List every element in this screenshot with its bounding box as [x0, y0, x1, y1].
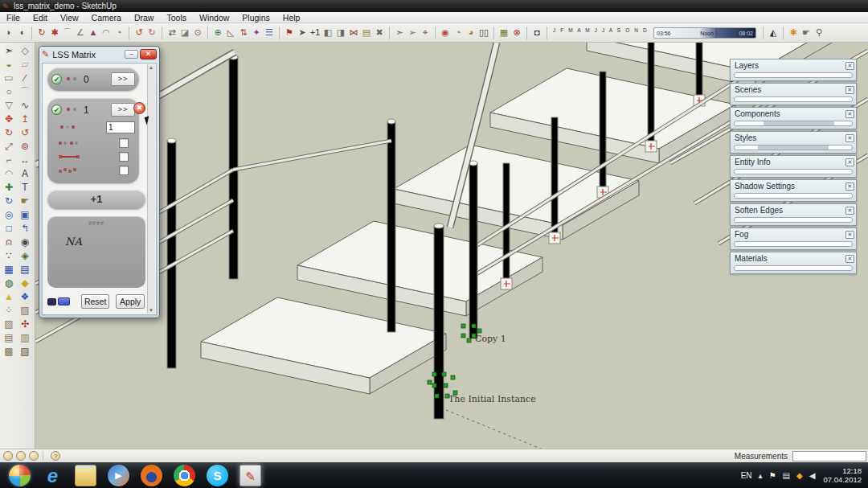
- window-titlebar[interactable]: ✎ lss_matrix_demo - SketchUp: [0, 0, 868, 12]
- tray-detach-icon[interactable]: ✕: [845, 255, 854, 263]
- add-detail-icon[interactable]: ▩: [2, 345, 16, 358]
- tray-layers[interactable]: Layers✕: [730, 59, 857, 81]
- volume-icon[interactable]: ◀: [809, 471, 816, 480]
- tray-fog-bar[interactable]: [734, 241, 853, 247]
- shadow-date-slider[interactable]: J F M A M J J A S O N D: [553, 27, 648, 39]
- check-icon[interactable]: ✔: [51, 74, 62, 84]
- help-icon[interactable]: ?: [51, 451, 60, 461]
- lss-gem-icon[interactable]: ◆: [18, 277, 32, 289]
- move-icon[interactable]: ✥: [2, 113, 16, 125]
- tray-styles-title[interactable]: Styles: [732, 133, 845, 142]
- model-info-icon[interactable]: [29, 451, 39, 461]
- pair-option-checkbox[interactable]: [119, 138, 129, 148]
- rotate-icon[interactable]: ↻: [2, 126, 16, 139]
- axes-icon[interactable]: ✚: [2, 181, 16, 194]
- menu-window[interactable]: Window: [193, 13, 235, 23]
- menu-tools[interactable]: Tools: [160, 13, 193, 23]
- look-around-icon[interactable]: ◉: [18, 236, 32, 248]
- dome-icon[interactable]: ◠: [100, 27, 112, 39]
- tray-fog[interactable]: Fog✕: [730, 228, 857, 250]
- shadow-time-slider[interactable]: 03:56 Noon 08:02: [653, 27, 756, 39]
- menu-plugins[interactable]: Plugins: [235, 13, 276, 23]
- tray-detach-icon[interactable]: ✕: [845, 134, 854, 142]
- collapse-button[interactable]: >>: [111, 103, 135, 117]
- orbit-red-icon[interactable]: ◉: [440, 27, 451, 39]
- point-hand-icon[interactable]: ☛: [800, 27, 812, 39]
- flip-edge-icon[interactable]: ▨: [18, 345, 32, 358]
- make-component-icon[interactable]: ◇: [18, 44, 32, 57]
- stamp-icon[interactable]: ⊙: [192, 27, 203, 39]
- layout-icon[interactable]: ▦: [498, 27, 510, 39]
- shape-bender-icon[interactable]: ⇄: [166, 27, 178, 39]
- smoove-icon[interactable]: ✣: [18, 318, 32, 330]
- menu-edit[interactable]: Edit: [27, 13, 54, 23]
- pie-arc-icon[interactable]: ⌒: [62, 27, 73, 39]
- push-pull-icon[interactable]: ↥: [18, 113, 32, 125]
- flatten-icon[interactable]: ◪: [179, 27, 190, 39]
- stamp-tool-icon[interactable]: ▤: [2, 331, 16, 344]
- taper-icon[interactable]: ▲: [88, 27, 99, 39]
- shell-icon[interactable]: ◔: [113, 27, 125, 39]
- dimension-icon[interactable]: ↔: [18, 154, 32, 166]
- bend-solid-icon[interactable]: ◖: [16, 27, 27, 39]
- lss-dots-icon[interactable]: ⁘: [2, 304, 16, 317]
- select-icon[interactable]: ➣: [2, 44, 16, 57]
- tray-shadow-settings-title[interactable]: Shadow Settings: [732, 182, 845, 191]
- sketchup-icon[interactable]: ✎: [240, 465, 261, 486]
- clock-a-icon[interactable]: ◔: [452, 27, 464, 39]
- action-center-icon[interactable]: ⚑: [769, 471, 776, 480]
- tray-components-title[interactable]: Components: [732, 109, 845, 118]
- zoom-extents-icon[interactable]: □: [2, 222, 16, 235]
- arc-icon[interactable]: ⌒: [18, 85, 32, 98]
- geolocation-icon[interactable]: [3, 451, 13, 461]
- menu-file[interactable]: File: [0, 13, 27, 23]
- tray-components[interactable]: Components✕: [730, 107, 857, 129]
- tray-detach-icon[interactable]: ✕: [845, 110, 854, 118]
- line-icon[interactable]: ∕: [18, 72, 32, 84]
- tray-fog-title[interactable]: Fog: [732, 230, 845, 239]
- tray-shadow-settings[interactable]: Shadow Settings✕: [730, 179, 857, 202]
- language-indicator[interactable]: EN: [741, 471, 752, 480]
- text-icon[interactable]: A: [18, 167, 32, 180]
- paint-bucket-icon[interactable]: ◒: [2, 58, 16, 71]
- lss-cone-icon[interactable]: ▲: [2, 290, 16, 303]
- polygon-icon[interactable]: ▽: [2, 99, 16, 112]
- page-new-icon[interactable]: ▤: [361, 27, 372, 39]
- lss-map-icon[interactable]: ◍: [2, 277, 16, 289]
- tray-scenes-title[interactable]: Scenes: [732, 85, 845, 94]
- walk-figure-icon[interactable]: ⚲: [813, 27, 825, 39]
- tray-soften-edges[interactable]: Soften Edges✕: [730, 203, 857, 226]
- menu-help[interactable]: Help: [276, 13, 307, 23]
- add-point-icon[interactable]: +1: [309, 27, 321, 39]
- lss-list-icon[interactable]: ▤: [18, 263, 32, 276]
- menu-draw[interactable]: Draw: [128, 13, 161, 23]
- reset-button[interactable]: Reset: [81, 294, 110, 309]
- offset-icon[interactable]: ⊚: [18, 140, 32, 153]
- rotate-cw-icon[interactable]: ↻: [36, 27, 47, 39]
- hidden-icons-icon[interactable]: ▴: [759, 471, 763, 480]
- zoom-icon[interactable]: ◎: [2, 208, 16, 221]
- link-option-checkbox[interactable]: [119, 152, 129, 162]
- tray-entity-info-bar[interactable]: [734, 169, 853, 174]
- tray-layers-title[interactable]: Layers: [732, 61, 845, 70]
- tray-detach-icon[interactable]: ✕: [845, 207, 854, 215]
- tray-detach-icon[interactable]: ✕: [845, 231, 854, 239]
- tray-styles-bar[interactable]: [734, 145, 853, 150]
- 3d-text-icon[interactable]: T: [18, 181, 32, 194]
- network-icon[interactable]: ▤: [783, 471, 790, 480]
- cursor-a-icon[interactable]: ➣: [394, 27, 405, 39]
- tray-components-bar[interactable]: [734, 121, 853, 126]
- loop-red-icon[interactable]: ↺: [133, 27, 145, 39]
- tray-detach-icon[interactable]: ✕: [845, 86, 854, 94]
- eraser-icon[interactable]: ▱: [18, 58, 32, 71]
- follow-me-icon[interactable]: ↺: [18, 126, 32, 139]
- chrome-icon[interactable]: [174, 465, 195, 486]
- menu-camera[interactable]: Camera: [85, 13, 128, 23]
- explorer-icon[interactable]: [75, 465, 96, 486]
- tray-materials[interactable]: Materials✕: [730, 252, 857, 274]
- check-icon[interactable]: ✔: [51, 105, 62, 115]
- lines-icon[interactable]: ☰: [264, 27, 275, 39]
- zoom-window-icon[interactable]: ▣: [18, 208, 32, 221]
- freehand-icon[interactable]: ∿: [18, 99, 32, 112]
- tray-shadow-settings-bar[interactable]: [734, 193, 853, 199]
